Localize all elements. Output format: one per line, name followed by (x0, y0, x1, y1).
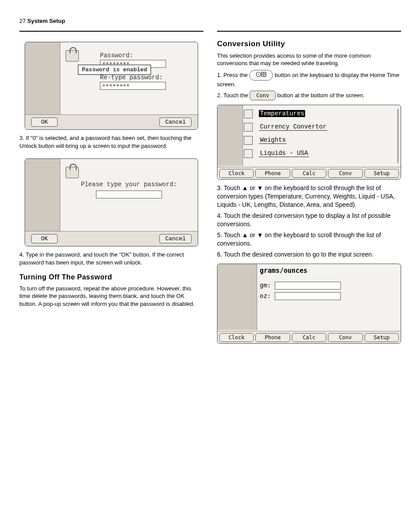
text-step6-right: 6. Touch the desired conversion to go to… (217, 250, 401, 259)
up-arrow-icon: ▲ (242, 184, 248, 191)
text-step3-right: 3. Touch ▲ or ▼ on the keyboard to scrol… (217, 184, 401, 209)
gm-label: gm: (260, 282, 271, 289)
text-conv-intro: This selection provides access to some o… (217, 52, 401, 67)
retype-label: Re-type password: (100, 74, 185, 81)
oz-input[interactable] (275, 292, 341, 300)
hometime-key-icon (249, 70, 273, 81)
list-item-liquids-usa[interactable]: Liquids - USA (243, 147, 395, 160)
conv-touch-button[interactable]: Conv (250, 91, 276, 100)
beaker-icon (244, 149, 253, 158)
conv-title: grams/ounces (260, 267, 307, 275)
list-item-temperatures[interactable]: Temperatures (243, 107, 395, 120)
text-step2: 2. Touch the Conv button at the bottom o… (217, 91, 401, 100)
text-step5-right: 5. Touch ▲ or ▼ on the keyboard to scrol… (217, 231, 401, 248)
oz-label: oz: (260, 292, 271, 299)
gm-input[interactable] (275, 282, 341, 290)
tab-conv[interactable]: Conv (328, 333, 362, 342)
password-input[interactable] (96, 191, 162, 198)
password-dialog: Password: ******** Password is enabled R… (25, 42, 198, 130)
text-step4-right: 4. Touch the desired conversion type to … (217, 212, 401, 228)
password-label: Password: (100, 52, 185, 59)
scrollbar[interactable] (397, 109, 399, 163)
scale-icon (244, 136, 253, 145)
tab-setup[interactable]: Setup (365, 333, 399, 342)
list-item-currency[interactable]: Currency Convertor (243, 120, 395, 133)
down-arrow-icon: ▼ (257, 231, 263, 239)
text-step1: 1. Press the button on the keyboard to d… (217, 70, 401, 88)
tab-calc[interactable]: Calc (292, 333, 326, 342)
list-sidebar (217, 105, 243, 166)
up-arrow-icon: ▲ (242, 231, 248, 239)
conv-sidebar (217, 264, 257, 330)
text-step4: 4. Type in the password, and touch the "… (19, 251, 203, 266)
tab-conv[interactable]: Conv (328, 169, 362, 178)
cancel-button[interactable]: Cancel (159, 234, 192, 243)
password-prompt-dialog: Please type your password: OK Cancel (25, 158, 198, 246)
grams-ounces-window: grams/ounces gm: oz: Clock Phone Calc Co… (217, 264, 401, 344)
page-heading: System Setup (27, 18, 65, 24)
retype-field[interactable]: ******** (100, 82, 166, 90)
tab-phone[interactable]: Phone (255, 333, 290, 342)
tab-phone[interactable]: Phone (255, 169, 290, 178)
tab-calc[interactable]: Calc (292, 169, 326, 178)
list-item-weights[interactable]: Weights (243, 133, 395, 147)
password-enabled-popup: Password is enabled (78, 65, 151, 75)
svg-point-1 (258, 74, 259, 75)
conversion-list-window: Temperatures Currency Convertor Weights … (217, 105, 401, 180)
heading-turn-off-password: Turning Off The Password (19, 272, 203, 282)
tab-clock[interactable]: Clock (219, 169, 254, 178)
tab-setup[interactable]: Setup (365, 169, 399, 178)
cancel-button[interactable]: Cancel (159, 117, 192, 127)
ok-button[interactable]: OK (31, 234, 58, 243)
ok-button[interactable]: OK (31, 117, 58, 127)
text-step3: 3. If "0" is selected, and a password ha… (19, 134, 203, 150)
text-turn-off-body: To turn off the password, repeat the abo… (19, 285, 203, 308)
tab-clock[interactable]: Clock (219, 333, 254, 342)
heading-conversion-utility: Conversion Utility (217, 39, 401, 49)
thermometer-icon (244, 110, 253, 118)
rule-left (19, 31, 203, 32)
rule-right (217, 31, 401, 32)
page-number: 27 (19, 18, 26, 24)
down-arrow-icon: ▼ (257, 184, 263, 191)
password-prompt-label: Please type your password: (73, 181, 185, 188)
currency-icon (244, 123, 253, 132)
